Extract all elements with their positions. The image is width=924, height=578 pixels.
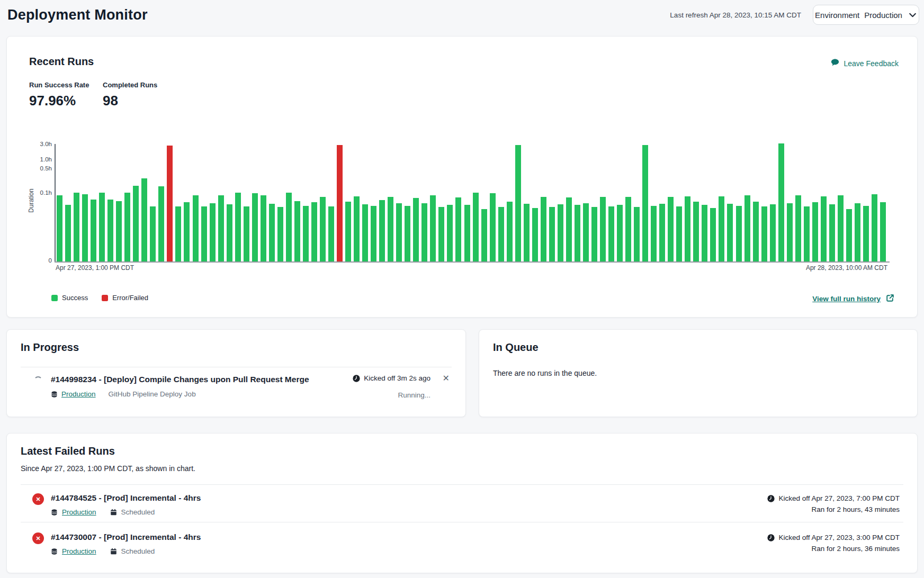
chart-bar-success[interactable] [227,204,232,261]
close-icon[interactable]: ✕ [443,374,450,383]
chart-bar-success[interactable] [74,193,79,261]
chart-bar-success[interactable] [286,193,292,261]
chart-bar-success[interactable] [591,207,597,261]
chart-bar-success[interactable] [846,209,852,261]
chart-bar-success[interactable] [880,202,886,261]
chart-bar-success[interactable] [872,194,877,261]
chart-bar-success[interactable] [625,197,631,261]
environment-tag-link[interactable]: Production [62,508,96,516]
chart-bar-success[interactable] [855,203,860,262]
chart-bar-success[interactable] [91,200,96,261]
chart-bar-success[interactable] [244,206,249,261]
chart-bar-success[interactable] [455,197,461,261]
chart-bar-success[interactable] [668,197,674,261]
chart-bar-success[interactable] [175,206,181,261]
chart-bar-success[interactable] [405,206,410,261]
chart-bar-success[interactable] [261,195,266,261]
chart-bar-success[interactable] [158,186,164,261]
chart-bar-success[interactable] [642,145,648,261]
chart-bar-success[interactable] [532,208,538,261]
chart-bar-success[interactable] [795,195,801,261]
chart-bar-success[interactable] [524,204,530,261]
chart-bar-success[interactable] [821,196,827,262]
chart-bar-success[interactable] [608,206,614,261]
chart-bar-success[interactable] [566,197,572,261]
chart-bar-success[interactable] [379,200,385,261]
chart-bar-success[interactable] [218,195,224,261]
chart-bar-success[interactable] [490,193,496,261]
chart-bar-success[interactable] [362,204,368,261]
chart-bar-success[interactable] [354,196,360,262]
chart-bar-success[interactable] [736,206,742,261]
chart-bar-success[interactable] [804,206,810,261]
chart-bar-success[interactable] [303,206,309,261]
chart-bar-success[interactable] [82,194,88,261]
chart-bar-success[interactable] [583,203,589,262]
chart-bar-success[interactable] [294,201,300,261]
chart-bar-success[interactable] [702,205,707,261]
chart-bar-success[interactable] [277,207,283,261]
chart-bar-failed[interactable] [337,145,343,261]
chart-bar-success[interactable] [438,207,444,261]
chart-bar-success[interactable] [150,206,156,261]
chart-bar-success[interactable] [430,195,436,261]
chart-bar-success[interactable] [651,206,657,261]
chart-bar-success[interactable] [617,205,623,261]
chart-bar-success[interactable] [761,206,767,261]
chart-bar-success[interactable] [659,204,665,261]
environment-tag-link[interactable]: Production [62,547,96,555]
chart-bar-success[interactable] [727,204,733,261]
chart-bar-success[interactable] [141,178,147,261]
chart-bar-success[interactable] [345,202,351,261]
chart-bar-success[interactable] [770,204,776,261]
leave-feedback-link[interactable]: Leave Feedback [831,58,899,68]
chart-bar-success[interactable] [388,197,393,261]
chart-bar-success[interactable] [447,205,453,261]
chart-bar-failed[interactable] [167,146,173,261]
chart-bar-success[interactable] [201,206,207,261]
chart-bar-success[interactable] [481,209,487,261]
chart-bar-success[interactable] [473,193,479,262]
chart-bar-success[interactable] [498,207,504,261]
chart-bar-success[interactable] [719,196,724,262]
chart-bar-success[interactable] [421,203,427,262]
chart-bar-success[interactable] [575,205,580,261]
chart-bar-success[interactable] [558,204,563,261]
chart-bar-success[interactable] [320,197,326,261]
chart-bar-success[interactable] [515,145,521,261]
environment-dropdown[interactable]: Environment Production [813,5,919,25]
chart-bar-success[interactable] [328,206,334,261]
chart-bar-success[interactable] [269,204,275,261]
chart-bar-success[interactable] [210,203,216,262]
chart-bar-success[interactable] [507,202,513,261]
chart-bar-success[interactable] [863,206,869,261]
chart-bar-success[interactable] [838,195,844,261]
chart-bar-success[interactable] [634,207,640,261]
chart-bar-success[interactable] [396,203,402,262]
chart-bar-success[interactable] [99,193,105,261]
chart-bar-success[interactable] [812,202,818,261]
chart-bar-success[interactable] [193,195,199,261]
chart-bar-success[interactable] [693,202,699,261]
chart-bar-success[interactable] [549,207,555,261]
chart-bar-success[interactable] [252,193,258,261]
chart-bar-success[interactable] [65,205,71,261]
chart-bar-success[interactable] [413,198,419,261]
chart-bar-success[interactable] [371,206,376,261]
chart-bar-success[interactable] [57,195,62,261]
chart-bar-success[interactable] [778,143,784,261]
chart-bar-success[interactable] [787,203,793,262]
chart-bar-success[interactable] [311,202,317,261]
chart-bar-success[interactable] [116,201,122,261]
chart-bar-success[interactable] [235,193,241,261]
chart-bar-success[interactable] [184,202,190,261]
chart-bar-success[interactable] [133,186,139,261]
chart-bar-success[interactable] [685,196,690,262]
chart-bar-success[interactable] [464,205,470,261]
view-full-run-history-link[interactable]: View full run history [812,294,894,304]
chart-bar-success[interactable] [753,202,759,261]
chart-bar-success[interactable] [676,206,682,261]
environment-tag-link[interactable]: Production [61,390,96,398]
chart-bar-success[interactable] [744,195,750,261]
chart-bar-success[interactable] [600,197,606,261]
